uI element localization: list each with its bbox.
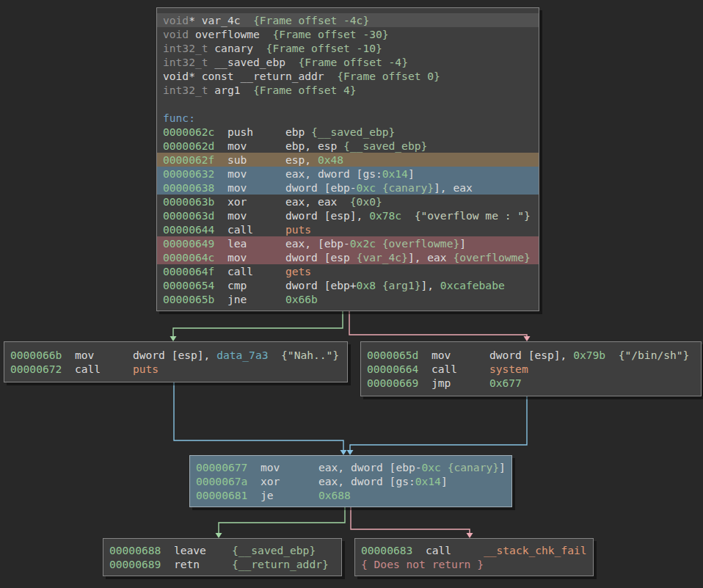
token-operand-text: ], eax bbox=[408, 251, 454, 264]
token-mnemonic: mov bbox=[227, 181, 285, 194]
asm-line[interactable]: 0000064f call gets bbox=[157, 264, 539, 278]
asm-line[interactable]: 0000064c mov dword [esp {var_4c}], eax {… bbox=[157, 250, 539, 264]
token-address-or-number: 0000065d bbox=[367, 349, 418, 361]
asm-line[interactable] bbox=[157, 97, 539, 111]
token-operand-text bbox=[214, 181, 227, 194]
token-address-or-number: 0x677 bbox=[489, 377, 522, 389]
edge-false-canary-to-chk-fail bbox=[351, 507, 473, 538]
token-operand-text bbox=[247, 461, 261, 473]
token-operand-text bbox=[214, 223, 227, 236]
asm-line[interactable]: 00000632 mov eax, dword [gs:0x14] bbox=[157, 167, 539, 181]
token-mnemonic: xor bbox=[227, 195, 285, 208]
token-operand-text bbox=[247, 475, 261, 487]
asm-line[interactable]: 00000677 mov eax, dword [ebp-0xc {canary… bbox=[190, 460, 511, 474]
asm-line[interactable]: 0000066b mov dword [esp], data_7a3 {"Nah… bbox=[4, 348, 347, 362]
asm-line[interactable]: 00000644 call puts bbox=[157, 222, 539, 236]
asm-line[interactable]: 00000654 cmp dword [ebp+0x8 {arg1}], 0xc… bbox=[157, 278, 539, 292]
token-annotation: {0x0} bbox=[350, 195, 382, 208]
token-operand-text bbox=[214, 293, 227, 305]
token-operand-text bbox=[214, 139, 227, 152]
asm-line[interactable]: void* var_4c {Frame offset -4c} bbox=[157, 13, 539, 27]
token-operand-text bbox=[208, 84, 215, 96]
asm-line[interactable]: 00000688 leave {__saved_ebp} bbox=[103, 543, 341, 557]
token-address-or-number: 0000064f bbox=[163, 265, 214, 277]
asm-line[interactable]: void* const __return_addr {Frame offset … bbox=[157, 69, 539, 83]
token-call-target: puts bbox=[133, 363, 159, 375]
token-annotation: {__return_addr} bbox=[232, 558, 329, 570]
token-mnemonic: mov bbox=[431, 349, 489, 361]
asm-line[interactable]: 00000638 mov dword [ebp-0xc {canary}], e… bbox=[157, 181, 539, 195]
token-operand-text: dword [ebp- bbox=[285, 181, 357, 194]
arrowhead-icon bbox=[170, 336, 177, 341]
asm-line[interactable]: void overflowme {Frame offset -30} bbox=[157, 27, 539, 41]
token-type: int32_t bbox=[163, 42, 208, 54]
asm-line[interactable]: int32_t __saved_ebp {Frame offset -4} bbox=[157, 55, 539, 69]
token-operand-text bbox=[260, 28, 273, 40]
token-operand-text bbox=[62, 349, 75, 361]
token-mnemonic: jmp bbox=[431, 377, 489, 389]
asm-line[interactable]: 0000065d mov dword [esp], 0x79b {"/bin/s… bbox=[361, 348, 701, 362]
token-address-or-number: 0000062f bbox=[163, 153, 214, 166]
token-annotation: {Frame offset 4} bbox=[253, 84, 357, 96]
asm-line[interactable]: 0000062d mov ebp, esp {__saved_ebp} bbox=[157, 139, 539, 153]
token-address-or-number: 00000672 bbox=[10, 363, 62, 375]
edge-true-canary-to-return bbox=[216, 507, 346, 538]
token-mnemonic: je bbox=[261, 489, 318, 501]
token-mnemonic: cmp bbox=[227, 279, 285, 291]
asm-line[interactable]: 0000063d mov dword [esp], 0x78c {"overfl… bbox=[157, 208, 539, 222]
token-annotation: {Frame offset -30} bbox=[272, 28, 388, 40]
token-address-or-number: 0xc bbox=[357, 181, 376, 194]
asm-line[interactable]: 0000067a xor eax, dword [gs:0x14] bbox=[190, 474, 511, 488]
token-operand-text bbox=[208, 42, 215, 54]
token-address-or-number: 0000062d bbox=[163, 139, 214, 152]
token-operand-text: dword [esp bbox=[285, 251, 357, 264]
token-variable-name: __return_addr bbox=[240, 70, 324, 82]
token-annotation: {__saved_ebp} bbox=[311, 126, 395, 138]
token-address-or-number: 0000063b bbox=[163, 195, 214, 208]
token-operand-text: eax, eax bbox=[285, 195, 350, 208]
token-type: int32_t bbox=[163, 56, 208, 68]
asm-line[interactable]: 00000649 lea eax, [ebp-0x2c {overflowme}… bbox=[157, 236, 539, 250]
token-operand-text: ebp, esp bbox=[285, 139, 343, 152]
token-address-or-number: 0x688 bbox=[318, 489, 351, 501]
asm-line[interactable]: 0000063b xor eax, eax {0x0} bbox=[157, 195, 539, 208]
token-variable-name: __saved_ebp bbox=[214, 56, 285, 68]
token-mnemonic: call bbox=[431, 363, 489, 375]
graph-canvas[interactable]: void* var_4c {Frame offset -4c}void over… bbox=[0, 0, 703, 588]
token-operand-text bbox=[268, 349, 281, 361]
token-data-symbol: data_7a3 bbox=[216, 349, 268, 361]
token-type: void bbox=[163, 14, 189, 26]
token-operand-text bbox=[253, 42, 266, 54]
asm-line[interactable]: 00000689 retn {__return_addr} bbox=[103, 557, 341, 571]
basic-block-stack-chk-fail[interactable]: 00000683 call __stack_chk_fail{ Does not… bbox=[354, 538, 594, 576]
asm-line[interactable]: int32_t arg1 {Frame offset 4} bbox=[157, 83, 539, 97]
asm-line[interactable]: { Does not return } bbox=[355, 557, 593, 571]
basic-block-return[interactable]: 00000688 leave {__saved_ebp}00000689 ret… bbox=[103, 538, 342, 576]
asm-line[interactable]: int32_t canary {Frame offset -10} bbox=[157, 41, 539, 55]
token-address-or-number: 00000669 bbox=[367, 377, 418, 389]
asm-line[interactable]: 00000683 call __stack_chk_fail bbox=[355, 543, 593, 557]
basic-block-nah[interactable]: 0000066b mov dword [esp], data_7a3 {"Nah… bbox=[4, 341, 348, 382]
token-operand-text bbox=[441, 461, 448, 473]
token-operand-text: * bbox=[189, 14, 202, 26]
asm-line[interactable]: 0000062f sub esp, 0x48 bbox=[157, 153, 539, 167]
asm-line[interactable]: 00000669 jmp 0x677 bbox=[361, 376, 701, 390]
asm-line[interactable]: 00000664 call system bbox=[361, 362, 701, 376]
asm-line[interactable]: 00000681 je 0x688 bbox=[190, 488, 511, 502]
token-operand-text: eax, dword [ebp- bbox=[318, 461, 422, 473]
token-operand-text bbox=[208, 56, 215, 68]
token-operand-text: ] bbox=[499, 461, 506, 473]
basic-block-canary-check[interactable]: 00000677 mov eax, dword [ebp-0xc {canary… bbox=[189, 455, 512, 507]
asm-line[interactable]: func: bbox=[157, 111, 539, 125]
token-address-or-number: 00000644 bbox=[163, 223, 214, 236]
token-type: void bbox=[163, 28, 189, 40]
token-operand-text bbox=[240, 84, 253, 96]
basic-block-func-entry[interactable]: void* var_4c {Frame offset -4c}void over… bbox=[156, 7, 539, 311]
token-address-or-number: 0000062c bbox=[163, 126, 214, 138]
basic-block-binsh[interactable]: 0000065d mov dword [esp], 0x79b {"/bin/s… bbox=[360, 341, 702, 396]
token-mnemonic: retn bbox=[174, 558, 232, 570]
token-operand-text bbox=[214, 195, 227, 208]
asm-line[interactable]: 0000062c push ebp {__saved_ebp} bbox=[157, 125, 539, 139]
asm-line[interactable]: 0000065b jne 0x66b bbox=[157, 292, 539, 306]
asm-line[interactable]: 00000672 call puts bbox=[4, 362, 347, 376]
